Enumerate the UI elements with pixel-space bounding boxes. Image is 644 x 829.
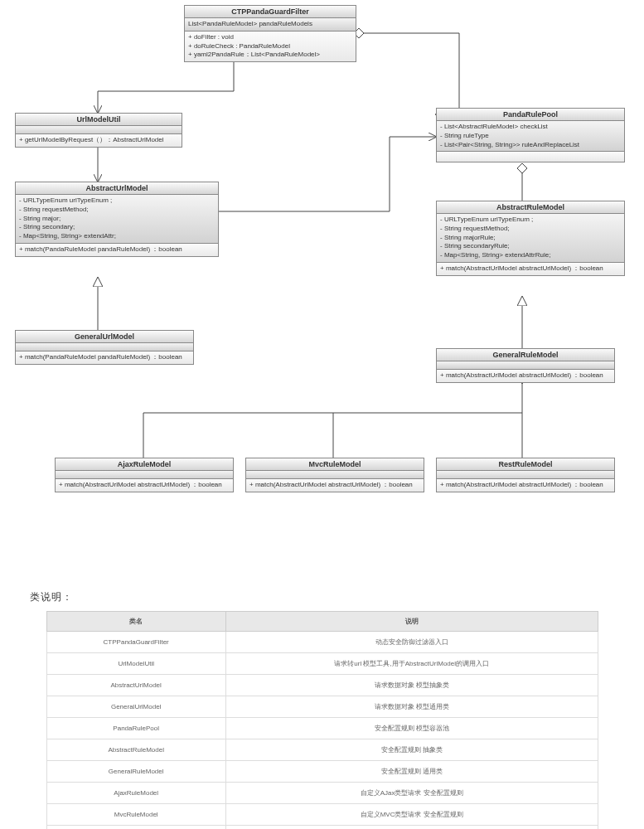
op: + getUrlModelByRequest（）：AbstractUrlMode… [19, 136, 178, 145]
cell-classname: GeneralUrlModel [46, 696, 225, 718]
attr: - URLTypeEnum urlTypeEnum ; [440, 216, 621, 225]
uml-canvas: CTPPandaGuardFilter List<PandaRuleModel>… [0, 0, 644, 579]
cell-desc: 安全配置规则 抽象类 [225, 739, 598, 761]
table-header: 类名 [46, 612, 225, 632]
op: + yaml2PandaRule：List<PandaRuleModel> [188, 51, 352, 60]
cell-classname: RestRuleModel [46, 826, 225, 830]
class-ctppandaguardfilter: CTPPandaGuardFilter List<PandaRuleModel>… [184, 5, 356, 62]
table-row: MvcRuleModel自定义MVC类型请求 安全配置规则 [46, 804, 598, 826]
attr: - Map<String, String> extendAttrRule; [440, 251, 621, 260]
attr: - List<Pair<String, String>> ruleAndRepl… [440, 141, 621, 150]
table-row: AjaxRuleModel自定义AJax类型请求 安全配置规则 [46, 783, 598, 804]
cell-desc: 请求数据对象 模型通用类 [225, 696, 598, 718]
op: + match(AbstractUrlModel abstractUrlMode… [440, 481, 611, 490]
cell-classname: AbstractUrlModel [46, 675, 225, 696]
table-row: AbstractUrlModel请求数据对象 模型抽象类 [46, 675, 598, 696]
attr: - Map<String, String> extendAttr; [19, 232, 215, 241]
cell-desc: 请求数据对象 模型抽象类 [225, 675, 598, 696]
cell-classname: AbstractRuleModel [46, 739, 225, 761]
attr: List<PandaRuleModel> pandaRuleModels [188, 20, 352, 29]
cell-classname: UrlModelUtil [46, 653, 225, 675]
table-row: AbstractRuleModel安全配置规则 抽象类 [46, 739, 598, 761]
cell-desc: 安全配置规则 模型容器池 [225, 718, 598, 739]
op: + doFilter : void [188, 33, 352, 42]
table-row: PandaRulePool安全配置规则 模型容器池 [46, 718, 598, 739]
table-row: GeneralRuleModel安全配置规则 通用类 [46, 761, 598, 783]
table-row: RestRuleModel自定义REST类型请求 安全配置规则 [46, 826, 598, 830]
class-title: PandaRulePool [437, 109, 624, 121]
class-title: MvcRuleModel [246, 458, 424, 471]
class-mvcrulemodel: MvcRuleModel + match(AbstractUrlModel ab… [245, 458, 424, 492]
table-title: 类说明： [30, 590, 644, 604]
cell-desc: 安全配置规则 通用类 [225, 761, 598, 783]
class-title: AjaxRuleModel [56, 458, 233, 471]
class-title: GeneralRuleModel [437, 349, 614, 361]
op: + match(AbstractUrlModel abstractUrlMode… [440, 371, 611, 381]
cell-classname: AjaxRuleModel [46, 783, 225, 804]
class-restrulemodel: RestRuleModel + match(AbstractUrlModel a… [436, 458, 615, 492]
class-title: GeneralUrlModel [16, 331, 193, 343]
class-pandarulepool: PandaRulePool - List<AbstractRuleModel> … [436, 108, 625, 162]
cell-desc: 自定义MVC类型请求 安全配置规则 [225, 804, 598, 826]
class-generalrulemodel: GeneralRuleModel + match(AbstractUrlMode… [436, 348, 615, 383]
attr: - String secondaryRule; [440, 242, 621, 251]
cell-classname: PandaRulePool [46, 718, 225, 739]
op: + match(AbstractUrlModel abstractUrlMode… [440, 264, 621, 274]
class-generalurlmodel: GeneralUrlModel + match(PandaRuleModel p… [15, 330, 194, 365]
class-title: UrlModelUtil [16, 114, 182, 126]
cell-desc: 请求转url 模型工具,用于AbstractUrlModel的调用入口 [225, 653, 598, 675]
attr: - String requestMethod; [19, 206, 215, 215]
class-title: AbstractRuleModel [437, 201, 624, 214]
table-header: 说明 [225, 612, 598, 632]
class-title: RestRuleModel [437, 458, 614, 471]
class-title: CTPPandaGuardFilter [185, 6, 356, 18]
attr: - String ruleType [440, 132, 621, 141]
op: + doRuleCheck : PandaRuleModel [188, 42, 352, 51]
op: + match(PandaRuleModel pandaRuleModel) ：… [19, 245, 215, 255]
class-ajaxrulemodel: AjaxRuleModel + match(AbstractUrlModel a… [55, 458, 234, 492]
cell-classname: CTPPandaGuardFilter [46, 632, 225, 653]
attr: - URLTypeEnum urlTypeEnum ; [19, 196, 215, 206]
class-abstracturlmodel: AbstractUrlModel - URLTypeEnum urlTypeEn… [15, 182, 219, 257]
cell-desc: 自定义AJax类型请求 安全配置规则 [225, 783, 598, 804]
op: + match(AbstractUrlModel abstractUrlMode… [59, 481, 230, 490]
class-urlmodelutil: UrlModelUtil + getUrlModelByRequest（）：Ab… [15, 113, 182, 148]
table-row: CTPPandaGuardFilter动态安全防御过滤器入口 [46, 632, 598, 653]
class-abstractrulemodel: AbstractRuleModel - URLTypeEnum urlTypeE… [436, 201, 625, 276]
op: + match(AbstractUrlModel abstractUrlMode… [249, 481, 420, 490]
table-row: GeneralUrlModel请求数据对象 模型通用类 [46, 696, 598, 718]
class-description-table: 类名 说明 CTPPandaGuardFilter动态安全防御过滤器入口UrlM… [46, 611, 598, 829]
attr: - String secondary; [19, 223, 215, 232]
cell-classname: GeneralRuleModel [46, 761, 225, 783]
table-row: UrlModelUtil请求转url 模型工具,用于AbstractUrlMod… [46, 653, 598, 675]
attr: - String requestMethod; [440, 225, 621, 234]
op: + match(PandaRuleModel pandaRuleModel) ：… [19, 353, 190, 362]
cell-desc: 自定义REST类型请求 安全配置规则 [225, 826, 598, 830]
class-title: AbstractUrlModel [16, 182, 218, 195]
attr: - String major; [19, 215, 215, 224]
attr: - String majorRule; [440, 234, 621, 243]
cell-desc: 动态安全防御过滤器入口 [225, 632, 598, 653]
attr: - List<AbstractRuleModel> checkList [440, 123, 621, 132]
cell-classname: MvcRuleModel [46, 804, 225, 826]
